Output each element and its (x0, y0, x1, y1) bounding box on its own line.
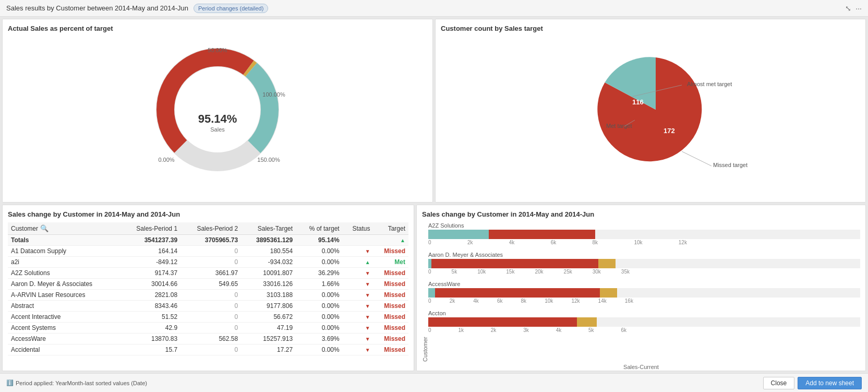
table-row[interactable]: Abstract 8343.46 0 9177.806 0.00% ▼ Miss… (8, 301, 408, 312)
table-row[interactable]: Accent Systems 42.9 0 47.19 0.00% ▼ Miss… (8, 323, 408, 334)
bar-label-1: Aaron D. Meyer & Associates (428, 252, 860, 258)
bar-teal-2 (428, 288, 435, 298)
bar-label-0: A2Z Solutions (428, 222, 860, 229)
table-row[interactable]: AccessWare 13870.83 562.58 15257.913 3.6… (8, 334, 408, 345)
minimize-icon[interactable]: ⤡ (845, 4, 851, 13)
row-pct-8: 3.69% (296, 334, 343, 345)
period-text: Period applied: YearMonth-last sorted va… (16, 380, 147, 386)
col-period2[interactable]: Sales-Period 2 (180, 222, 241, 235)
row-arrow-6: ▼ (343, 312, 373, 323)
row-period2-1: 0 (180, 257, 241, 268)
table-row[interactable]: Accidental 15.7 0 17.27 0.00% ▼ Missed (8, 345, 408, 355)
row-period2-4: 0 (180, 290, 241, 301)
col-period1[interactable]: Sales-Period 1 (120, 222, 180, 235)
bar-label-3: Accton (428, 310, 860, 316)
totals-status (343, 235, 373, 246)
bar-track-3 (428, 317, 860, 327)
svg-text:95.14%: 95.14% (198, 112, 237, 125)
table-scroll[interactable]: Customer 🔍 Sales-Period 1 Sales-Period 2… (8, 222, 408, 365)
menu-icon[interactable]: ··· (855, 4, 862, 13)
row-customer-8: AccessWare (8, 334, 120, 345)
bar-group: A2Z Solutions 02k4k6k8k10k12k (428, 222, 860, 245)
pie-svg: Almost met target Met target Missed targ… (520, 37, 781, 183)
bar-chart-title: Sales change by Customer in 2014-May and… (422, 210, 860, 218)
row-customer-6: Accent Interactive (8, 312, 120, 323)
page-title: Sales results by Customer between 2014-M… (6, 4, 188, 12)
table-row[interactable]: a2i -849.12 0 -934.032 0.00% ▲ Met (8, 257, 408, 268)
bar-red-1 (431, 259, 598, 268)
row-period2-6: 0 (180, 312, 241, 323)
svg-text:100.00%: 100.00% (262, 91, 285, 98)
bar-axis-1: 05k10k15k20k25k30k35k (428, 269, 630, 275)
row-status-8: Missed (373, 334, 408, 345)
row-period1-0: 164.14 (120, 246, 180, 257)
row-arrow-0: ▼ (343, 246, 373, 257)
row-target-1: -934.032 (241, 257, 296, 268)
pie-container: Almost met target Met target Missed targ… (441, 37, 860, 183)
col-target[interactable]: Sales-Target (241, 222, 296, 235)
table-row[interactable]: A2Z Solutions 9174.37 3661.97 10091.807 … (8, 268, 408, 279)
bar-track-1 (428, 259, 860, 268)
row-status-3: Missed (373, 279, 408, 290)
row-status-9: Missed (373, 345, 408, 355)
row-status-1: Met (373, 257, 408, 268)
period-info: ℹ️ Period applied: YearMonth-last sorted… (6, 379, 147, 386)
donut-svg: 0.00% 50.00% 150.00% 100.00% 95.14% Sale… (144, 37, 291, 183)
svg-text:Sales: Sales (210, 126, 225, 133)
row-pct-3: 1.66% (296, 279, 343, 290)
row-period2-2: 3661.97 (180, 268, 241, 279)
row-target-4: 3103.188 (241, 290, 296, 301)
bottom-buttons: Close Add to new sheet (763, 377, 862, 389)
donut-container: 0.00% 50.00% 150.00% 100.00% 95.14% Sale… (8, 37, 427, 183)
row-arrow-2: ▼ (343, 268, 373, 279)
row-customer-5: Abstract (8, 301, 120, 312)
row-status-7: Missed (373, 323, 408, 334)
bar-chart-inner: Customer A2Z Solutions 02k4k6k8k10k12k A… (422, 222, 860, 362)
donut-chart-title: Actual Sales as percent of target (8, 25, 427, 32)
missed-value: 172 (664, 127, 675, 135)
row-target-5: 9177.806 (241, 301, 296, 312)
row-arrow-1: ▲ (343, 257, 373, 268)
bar-group: Accton 01k2k3k4k5k6k (428, 310, 860, 333)
close-button[interactable]: Close (763, 377, 795, 389)
y-axis-label: Customer (422, 222, 428, 362)
row-period2-5: 0 (180, 301, 241, 312)
svg-text:50.00%: 50.00% (208, 47, 227, 53)
col-customer[interactable]: Customer 🔍 (8, 222, 120, 235)
top-bar-icons: ⤡ ··· (845, 4, 862, 13)
row-pct-6: 0.00% (296, 312, 343, 323)
totals-customer: Totals (8, 235, 120, 246)
table-row[interactable]: A1 Datacom Supply 164.14 0 180.554 0.00%… (8, 246, 408, 257)
bar-label-2: AccessWare (428, 281, 860, 287)
row-pct-9: 0.00% (296, 345, 343, 355)
row-pct-7: 0.00% (296, 323, 343, 334)
row-period1-4: 2821.08 (120, 290, 180, 301)
totals-row: Totals 3541237.39 3705965.73 3895361.129… (8, 235, 408, 246)
row-period1-8: 13870.83 (120, 334, 180, 345)
row-target-0: 180.554 (241, 246, 296, 257)
bar-group: Aaron D. Meyer & Associates 05k10k15k20k… (428, 252, 860, 275)
row-customer-0: A1 Datacom Supply (8, 246, 120, 257)
row-period2-7: 0 (180, 323, 241, 334)
table-row[interactable]: A-ARVIN Laser Resources 2821.08 0 3103.1… (8, 290, 408, 301)
col-pct[interactable]: % of target (296, 222, 343, 235)
row-period1-3: 30014.66 (120, 279, 180, 290)
row-target-7: 47.19 (241, 323, 296, 334)
row-period1-1: -849.12 (120, 257, 180, 268)
almost-met-value: 116 (632, 98, 644, 106)
row-customer-9: Accidental (8, 345, 120, 355)
row-pct-1: 0.00% (296, 257, 343, 268)
period-badge[interactable]: Period changes (detailed) (194, 4, 268, 13)
bar-group: AccessWare 02k4k6k8k10k12k14k16k (428, 281, 860, 304)
col-target-arrow[interactable]: Target (373, 222, 408, 235)
bar-chart-panel: Sales change by Customer in 2014-May and… (416, 205, 866, 371)
status-bar: ℹ️ Period applied: YearMonth-last sorted… (0, 373, 868, 392)
bar-red-0 (489, 230, 595, 239)
table-row[interactable]: Accent Interactive 51.52 0 56.672 0.00% … (8, 312, 408, 323)
add-to-new-sheet-button[interactable]: Add to new sheet (798, 377, 862, 389)
search-icon[interactable]: 🔍 (40, 224, 49, 232)
col-status[interactable]: Status (343, 222, 373, 235)
row-arrow-8: ▼ (343, 334, 373, 345)
donut-chart-panel: Actual Sales as percent of target (2, 19, 433, 203)
table-row[interactable]: Aaron D. Meyer & Associates 30014.66 549… (8, 279, 408, 290)
